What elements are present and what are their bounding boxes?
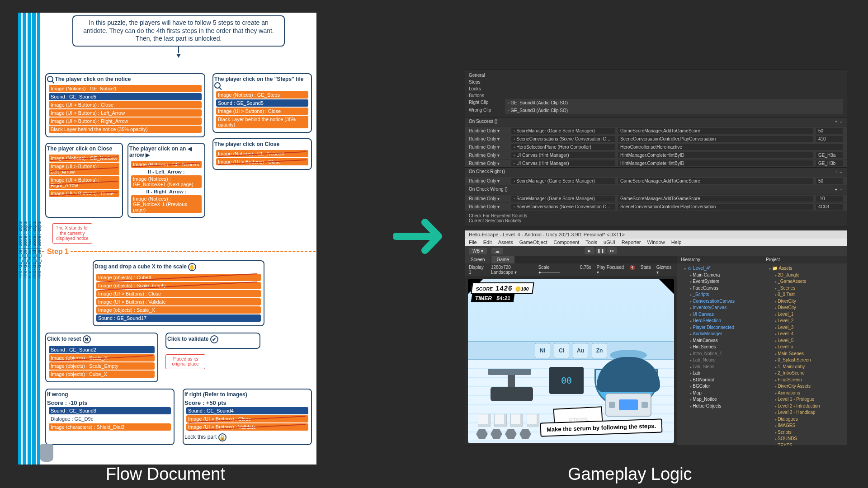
project-item[interactable]: Dialogues — [775, 416, 845, 423]
project-item[interactable]: Main Scenes — [775, 351, 845, 357]
footer-line-2: Current Selection Buckets — [469, 218, 843, 223]
cloud-icon[interactable]: ☁ — [491, 248, 503, 254]
toolbar[interactable]: WB ▾ ☁ ▶ ❚❚ ⏭ — [465, 246, 847, 256]
hierarchy-item[interactable]: BGNormal — [690, 377, 760, 384]
play-button[interactable]: ▶ — [585, 247, 594, 254]
gp-display[interactable]: Display 1 — [469, 265, 486, 275]
menubar[interactable]: FileEditAssetsGameObjectComponentToolsuG… — [465, 239, 847, 246]
callout-placed: Placed as its original place — [165, 354, 205, 369]
wrong-clip-field[interactable]: ◦ GE_Sound3 (Audio Clip SO) — [505, 107, 843, 114]
hud-timer: TIMER 54:21 — [471, 294, 515, 302]
project-item[interactable]: _GameAssets — [775, 278, 845, 285]
step-button[interactable]: ⏭ — [607, 247, 617, 254]
unity-editor[interactable]: Hello-Escape - Level_4 - Android - Unity… — [465, 230, 847, 446]
event-row[interactable]: Runtime Only ▾◦ UI Canvas (Hint Manager)… — [465, 151, 847, 159]
project-item[interactable]: DiverCity Assets — [775, 383, 845, 390]
project-item[interactable]: Level_1 — [775, 311, 845, 318]
project-item[interactable]: Level_3 — [775, 324, 845, 331]
event-row[interactable]: Runtime Only ▾◦ HeroSelectionPlane (Hero… — [465, 143, 847, 151]
hierarchy-item[interactable]: Lab — [690, 370, 760, 377]
event-row[interactable]: Runtime Only ▾◦ ScoreManager (Game Score… — [465, 127, 847, 135]
menu-component[interactable]: Component — [553, 239, 579, 245]
event-row[interactable]: Runtime Only ▾◦ ScoreManager (Game Score… — [465, 177, 847, 185]
menu-gameobject[interactable]: GameObject — [519, 239, 547, 245]
gp-playmode[interactable]: Play Focused ▾ — [597, 265, 624, 275]
transition-arrow-icon — [393, 211, 461, 261]
project-item[interactable]: Level_x — [775, 344, 845, 351]
project-item[interactable]: Scripts — [775, 429, 845, 436]
magnifier-icon — [47, 76, 53, 82]
tab-scene[interactable]: Screen — [465, 256, 491, 263]
event-row[interactable]: Runtime Only ▾◦ UI Canvas (Hint Manager)… — [465, 159, 847, 167]
hierarchy-item[interactable]: HelperObjects — [690, 403, 760, 410]
menu-tools[interactable]: Tools — [585, 239, 597, 245]
project-item[interactable]: 2_IntroScene — [775, 370, 845, 377]
hierarchy-item[interactable]: Intro_Notice_1 — [690, 351, 760, 357]
right-clip-field[interactable]: ◦ GE_Sound4 (Audio Clip SO) — [505, 99, 843, 107]
project-item[interactable]: Level 1 - Prologue — [775, 396, 845, 403]
hierarchy-item[interactable]: FadeCanvas — [690, 285, 760, 292]
project-item[interactable]: Level_4 — [775, 331, 845, 338]
project-item[interactable]: DiverCity — [775, 305, 845, 311]
project-item[interactable]: Level_5 — [775, 338, 845, 344]
tab-game[interactable]: Game — [491, 256, 514, 263]
hierarchy-item[interactable]: Lab_Steps — [690, 364, 760, 371]
project-item[interactable]: 1_MainLobby — [775, 364, 845, 371]
jar-Cl: Cl — [554, 343, 569, 358]
project-item[interactable]: 0_0 Test — [775, 291, 845, 298]
gp-res[interactable]: 1280x720 Landscape ▾ — [491, 265, 533, 275]
hierarchy-item[interactable]: Map_Notice — [690, 396, 760, 403]
hierarchy-item[interactable]: HintScenes — [690, 344, 760, 351]
menu-help[interactable]: Help — [671, 239, 682, 245]
project-item[interactable]: Level_2 — [775, 318, 845, 324]
project-panel[interactable]: Project 📁 Assets2D_Jungle_GameAssets_Sce… — [762, 256, 847, 446]
project-item[interactable]: TEXTS — [775, 442, 845, 446]
node-right: If right (Refer to images) Score : +50 p… — [183, 389, 312, 445]
inspector-panel[interactable]: General Steps Looks Buttons Right Clip◦ … — [465, 70, 847, 226]
menu-ugui[interactable]: uGUI — [604, 239, 615, 245]
hierarchy-panel[interactable]: Hierarchy ⛭ Level_4*Main CameraEventSyst… — [677, 256, 762, 446]
hud-score: SCORE 1426 🪙100 — [471, 282, 534, 294]
project-item[interactable]: IMAGES — [775, 422, 845, 429]
pause-button[interactable]: ❚❚ — [596, 247, 606, 254]
event-row[interactable]: Runtime Only ▾◦ ScoreManager (Game Score… — [465, 194, 847, 202]
hierarchy-item[interactable]: UI Canvas — [690, 311, 760, 318]
hierarchy-item[interactable]: Lab_Notice — [690, 357, 760, 364]
hierarchy-item[interactable]: ConversationCanvas — [690, 298, 760, 305]
project-item[interactable]: FinalScreen — [775, 377, 845, 384]
menu-assets[interactable]: Assets — [498, 239, 513, 245]
hierarchy-item[interactable]: HeroSelection — [690, 318, 760, 324]
caption-right: Gameplay Logic — [568, 465, 692, 484]
hierarchy-item[interactable]: Main Camera — [690, 272, 760, 279]
gp-gizmos[interactable]: Gizmos ▾ — [656, 265, 673, 275]
menu-reporter[interactable]: Reporter — [622, 239, 641, 245]
hierarchy-item[interactable]: Map — [690, 390, 760, 397]
project-item[interactable]: 2D_Jungle — [775, 272, 845, 279]
wb-dropdown[interactable]: WB ▾ — [469, 248, 487, 254]
hierarchy-item[interactable]: AudioManager — [690, 331, 760, 338]
hierarchy-item[interactable]: InventoryCanvas — [690, 305, 760, 311]
gp-scale-val: 0.75x — [580, 265, 591, 275]
event-row[interactable]: Runtime Only ▾◦ SceneConversations (Scen… — [465, 135, 847, 143]
gp-scale[interactable]: Scale ●────── — [538, 265, 569, 275]
hierarchy-item[interactable]: Player Disconnected — [690, 324, 760, 331]
project-item[interactable]: Animations — [775, 390, 845, 397]
menu-file[interactable]: File — [469, 239, 477, 245]
event-row[interactable]: Runtime Only ▾◦ SceneConversations (Scen… — [465, 202, 847, 211]
project-item[interactable]: _Scenes — [775, 285, 845, 292]
hierarchy-item[interactable]: MainCanvas — [690, 338, 760, 344]
project-item[interactable]: SOUNDS — [775, 436, 845, 442]
gp-stats[interactable]: Stats — [641, 265, 651, 275]
project-item[interactable]: Level 3 - Handicap — [775, 409, 845, 416]
project-item[interactable]: 0_SplashScreen — [775, 357, 845, 364]
gp-mute-icon[interactable]: 🔇 — [630, 265, 635, 275]
hierarchy-item[interactable]: BGColor — [690, 383, 760, 390]
hierarchy-item[interactable]: EventSystem — [690, 278, 760, 285]
node-reset: Click to reset ✖ Sound : GE_Sound2 Image… — [45, 333, 158, 382]
hand-icon: ✋ — [188, 263, 196, 271]
menu-window[interactable]: Window — [647, 239, 665, 245]
hierarchy-item[interactable]: _Scripts — [690, 291, 760, 298]
project-item[interactable]: DiverCity — [775, 298, 845, 305]
menu-edit[interactable]: Edit — [483, 239, 492, 245]
project-item[interactable]: Level 2 - Introduction — [775, 403, 845, 410]
